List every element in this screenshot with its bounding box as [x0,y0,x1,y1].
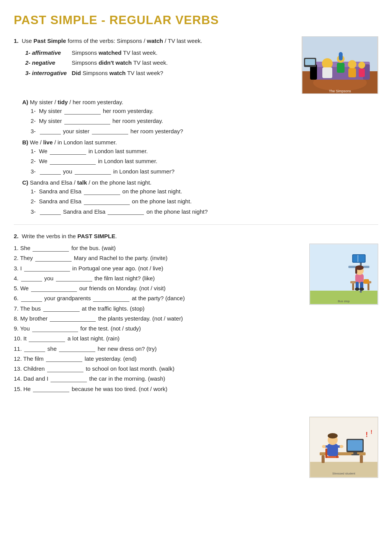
svg-text:Bus stop: Bus stop [338,299,350,303]
ex2-item-11: 11. she her new dress on? (try) [14,344,302,353]
ex1-c2-blank[interactable] [84,198,130,205]
ex2-11-blank2[interactable] [59,345,95,352]
ex2-item-7: 7. The bus at the traffic lights. (stop) [14,304,302,313]
simpsons-svg: The Simpsons [302,37,377,93]
ex2-5-blank[interactable] [31,285,77,292]
ex2-8-blank[interactable] [50,315,96,322]
ex2-12-blank[interactable] [46,355,82,362]
ex1-group-c-label: C) Sandra and Elsa / talk / on the phone… [22,179,152,186]
ex1-group-c: C) Sandra and Elsa / talk / on the phone… [14,178,378,216]
svg-rect-17 [305,59,315,65]
svg-point-36 [359,288,364,291]
ex1-interrogative-label: 3- interrogative [25,69,67,77]
ex2-15-blank[interactable] [33,385,69,392]
svg-rect-37 [364,279,369,284]
exercise-2: 2. Write the verbs in the PAST SIMPLE. 1… [14,232,378,478]
ex2-1-blank[interactable] [33,245,69,252]
svg-text:Stressed student: Stressed student [332,472,356,475]
ex1-group-b-label: B) We / live / in London last summer. [22,139,117,146]
svg-rect-23 [353,255,365,262]
svg-rect-8 [322,67,332,78]
ex2-item-15: 15. He because he was too tired. (not / … [14,384,302,393]
ex2-13-blank[interactable] [47,365,83,372]
ex2-7-blank[interactable] [43,305,80,312]
ex1-a3: 3- your sister her room yesterday? [31,127,378,136]
svg-rect-51 [327,444,338,456]
svg-point-12 [348,60,356,69]
ex1-c3-blank1[interactable] [40,208,61,215]
ex2-item-8: 8. My brother the plants yesterday. (not… [14,314,302,323]
svg-rect-28 [368,283,369,290]
ex1-intro: 1. Use Past Simple forms of the verbs: S… [14,36,295,45]
ex2-item-14: 14. Dad and I the car in the morning. (w… [14,374,302,383]
svg-rect-32 [355,268,357,274]
ex1-c3-blank2[interactable] [108,208,144,215]
ex1-b2: 2- We in London last summer. [31,157,378,165]
svg-point-56 [322,445,326,448]
ex2-10-blank[interactable] [29,335,65,342]
section-divider [14,224,378,225]
ex1-negative-row: 2- negative Simpsons didn't watch TV las… [25,58,295,67]
ex1-a1-blank[interactable] [64,108,101,115]
svg-text:!: ! [366,431,368,438]
ex2-6-blank2[interactable] [93,295,129,302]
ex1-b3-blank2[interactable] [75,168,111,175]
svg-text:!: ! [371,429,372,435]
ex1-b3: 3- you in London last summer? [31,167,378,176]
ex1-b2-blank[interactable] [50,158,96,165]
svg-rect-43 [360,455,363,463]
svg-rect-42 [322,455,325,463]
ex1-b1-blank[interactable] [50,148,86,155]
ex1-a2-blank[interactable] [64,118,110,124]
ex1-group-b: B) We / live / in London last summer. 1-… [14,138,378,176]
ex1-group-a-label: A) My sister / tidy / her room yesterday… [22,99,123,105]
ex1-c1: 1- Sandra and Elsa on the phone last nig… [31,187,378,196]
svg-point-53 [328,433,338,438]
ex2-4-blank1[interactable] [21,275,42,281]
ex2-item-10: 10. It a lot last night. (rain) [14,334,302,343]
bus-stop-svg: Bus stop [310,245,377,304]
svg-rect-11 [337,63,345,73]
ex2-item-1: 1. She for the bus. (wait) [14,244,302,252]
svg-rect-46 [353,452,357,454]
ex1-a3-blank1[interactable] [40,128,61,134]
ex2-items-list: 1. She for the bus. (wait) 2. They Mary … [14,244,302,394]
ex2-item-9: 9. You for the test. (not / study) [14,324,302,333]
ex1-a1: 1- My sister her room yesterday. [31,106,378,115]
ex2-item-2: 2. They Mary and Rachel to the party. (i… [14,254,302,262]
ex2-item-3: 3. I in Portugal one year ago. (not / li… [14,264,302,273]
exercise-1: 1. Use Past Simple forms of the verbs: S… [14,36,378,216]
ex1-group-a: A) My sister / tidy / her room yesterday… [14,98,378,136]
ex1-b3-blank1[interactable] [40,168,61,175]
ex2-11-blank1[interactable] [24,345,45,352]
ex1-negative-label: 2- negative [25,58,67,67]
ex2-3-blank[interactable] [24,265,70,272]
ex2-intro-row: 2. Write the verbs in the PAST SIMPLE. [14,232,378,240]
svg-point-57 [340,445,343,448]
ex2-item-5: 5. We our friends on Monday. (not / visi… [14,284,302,293]
ex1-a2: 2- My sister her room yesterday. [31,116,378,125]
ex2-9-blank[interactable] [32,325,78,332]
ex1-c3: 3- Sandra and Elsa on the phone last nig… [31,207,378,216]
simpsons-image: The Simpsons [302,36,378,94]
svg-rect-45 [348,440,363,451]
ex1-c1-blank[interactable] [84,188,120,195]
svg-rect-27 [352,283,354,290]
bus-stop-image: Bus stop [309,244,378,305]
page-title: PAST SIMPLE - REGULAR VERBS [14,11,378,29]
svg-point-35 [355,288,359,291]
ex2-14-blank[interactable] [51,375,87,382]
ex2-item-4: 4. you the film last night? (like) [14,274,302,283]
ex1-b1: 1- We in London last summer. [31,147,378,155]
ex1-affirmative-row: 1- affirmative Simpsons watched TV last … [25,48,295,57]
ex1-a3-blank2[interactable] [92,128,128,134]
ex2-content-area: 1. She for the bus. (wait) 2. They Mary … [14,244,378,478]
svg-rect-47 [351,454,359,455]
svg-rect-15 [359,69,365,77]
ex2-4-blank2[interactable] [56,275,92,281]
ex2-6-blank1[interactable] [21,295,42,302]
ex1-affirmative-label: 1- affirmative [25,48,67,57]
boy-desk-image: ! ! Stressed student [309,417,378,478]
ex2-item-12: 12. The film late yesterday. (end) [14,354,302,363]
ex2-2-blank[interactable] [35,255,72,262]
